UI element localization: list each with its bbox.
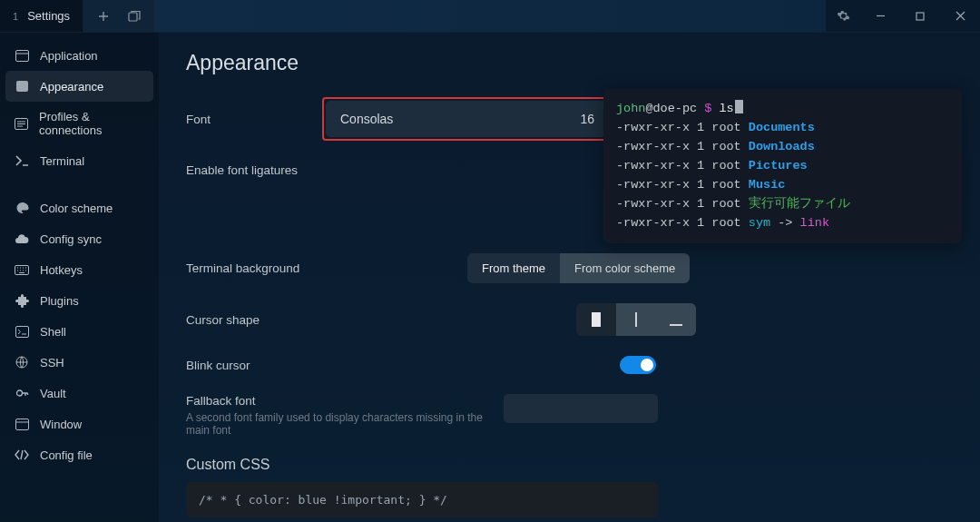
close-icon [956,11,965,21]
maximize-button[interactable] [900,0,940,33]
sidebar-item-label: Appearance [40,80,103,94]
sidebar-item-plugins[interactable]: Plugins [5,285,153,316]
sidebar-item-appearance[interactable]: Appearance [5,71,153,102]
sidebar-item-label: Shell [40,325,66,339]
font-selector[interactable]: Consolas 16 [326,101,609,137]
sidebar-item-label: Profiles & connections [39,110,144,137]
preview-entry: Music [749,178,786,192]
terminal-bg-label: Terminal background [186,261,467,275]
sidebar-item-terminal[interactable]: Terminal [5,145,153,176]
tab-actions [83,0,155,32]
terminal-preview: john@doe-pc $ ls -rwxr-xr-x 1 root Docum… [603,89,962,243]
font-highlight: Consolas 16 [322,97,612,141]
maximize-icon [916,12,925,21]
cursor-shape-block[interactable] [576,303,616,336]
preview-sym: sym [749,216,770,230]
cursor-shape-underline[interactable] [656,303,696,336]
tab-label: Settings [27,9,70,23]
terminal-bg-from-colorscheme[interactable]: From color scheme [560,253,690,283]
window-controls [860,0,980,32]
svg-rect-6 [15,326,28,337]
sidebar-item-colorscheme[interactable]: Color scheme [5,192,153,223]
blink-cursor-toggle[interactable] [620,356,656,374]
svg-rect-9 [15,419,28,429]
terminal-bg-segmented: From theme From color scheme [467,253,690,283]
preview-entry: Pictures [749,159,808,172]
svg-point-8 [16,390,22,396]
globe-icon [15,355,29,369]
sidebar-item-label: Application [40,49,98,63]
svg-rect-3 [16,81,28,92]
terminal-icon [15,153,29,168]
custom-css-input[interactable]: /* * { color: blue !important; } */ [186,482,658,517]
sidebar-item-profiles[interactable]: Profiles & connections [5,102,153,145]
titlebar: 1 Settings [0,0,980,33]
plus-icon [98,11,109,22]
windows-icon [128,10,141,23]
minimize-button[interactable] [860,0,900,33]
ligatures-label: Enable font ligatures [186,163,322,177]
sidebar-item-label: Vault [40,387,66,400]
cursor-shape-segmented [576,303,696,336]
font-size: 16 [549,112,594,126]
windows-button[interactable] [123,5,145,27]
keyboard-icon [15,262,29,277]
sidebar-item-label: Plugins [40,294,79,308]
svg-rect-2 [15,50,28,61]
font-label: Font [186,113,322,126]
sidebar-item-shell[interactable]: Shell [5,316,153,347]
custom-css-label: Custom CSS [186,457,953,473]
cloud-icon [15,231,29,246]
sidebar-item-ssh[interactable]: SSH [5,347,153,378]
sidebar-item-configsync[interactable]: Config sync [5,223,153,254]
close-button[interactable] [940,0,980,33]
window2-icon [15,417,29,431]
svg-rect-1 [916,13,924,20]
code-icon [15,448,29,462]
page-title: Appearance [186,51,953,75]
sidebar-item-hotkeys[interactable]: Hotkeys [5,254,153,285]
sidebar-item-configfile[interactable]: Config file [5,439,153,470]
window-icon [15,48,29,63]
fallback-font-input[interactable] [504,394,658,423]
swatch-icon [15,79,29,94]
preview-entry: Documents [749,121,815,134]
sidebar-item-window[interactable]: Window [5,409,153,439]
sidebar-item-vault[interactable]: Vault [5,378,153,409]
tab-index: 1 [13,11,18,22]
gear-icon [837,9,850,23]
sidebar-item-label: Color scheme [40,202,113,215]
preview-entry: Downloads [749,140,815,153]
settings-content: Appearance Font Consolas 16 Enable font … [159,33,980,522]
sidebar-item-application[interactable]: Application [5,40,153,71]
list-icon [15,116,28,131]
sidebar-item-label: Terminal [40,154,84,168]
minimize-icon [876,11,886,21]
preview-prompt: $ [704,102,711,115]
preview-cursor [735,100,743,113]
preview-cmd: ls [719,102,733,115]
sidebar-item-label: Window [40,418,82,431]
settings-gear-button[interactable] [826,0,860,32]
settings-sidebar: Application Appearance Profiles & connec… [0,33,159,522]
preview-host: doe-pc [653,102,698,115]
terminal-bg-from-theme[interactable]: From theme [467,253,560,283]
sidebar-item-label: SSH [40,356,64,369]
puzzle-icon [15,293,29,308]
preview-user: john [616,102,645,115]
cursor-shape-beam[interactable] [616,303,656,336]
sidebar-item-label: Config sync [40,232,102,246]
sidebar-item-label: Config file [40,448,93,462]
palette-icon [15,201,29,215]
new-tab-button[interactable] [93,5,114,27]
tab-settings[interactable]: 1 Settings [0,0,83,32]
font-name: Consolas [340,112,538,126]
preview-link: link [800,216,829,230]
svg-rect-0 [129,13,137,21]
cursor-shape-label: Cursor shape [186,313,576,327]
blink-cursor-label: Blink cursor [186,359,620,372]
key-icon [15,386,29,400]
preview-exe: 実行可能ファイル [749,197,850,211]
sidebar-item-label: Hotkeys [40,263,83,277]
fallback-font-hint: A second font family used to display cha… [186,411,504,437]
